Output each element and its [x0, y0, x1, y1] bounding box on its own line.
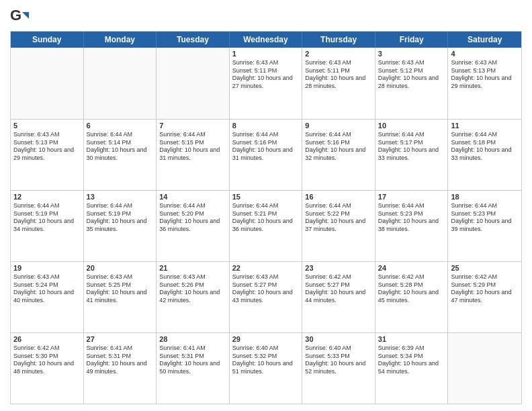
cell-date: 18: [451, 193, 519, 201]
calendar-cell: 1Sunrise: 6:43 AM Sunset: 5:11 PM Daylig…: [230, 48, 303, 119]
calendar-cell: 28Sunrise: 6:41 AM Sunset: 5:31 PM Dayli…: [157, 333, 230, 404]
cell-info: Sunrise: 6:41 AM Sunset: 5:31 PM Dayligh…: [87, 345, 154, 376]
cell-info: Sunrise: 6:43 AM Sunset: 5:26 PM Dayligh…: [159, 273, 226, 305]
cell-date: 5: [13, 122, 81, 130]
cell-info: Sunrise: 6:40 AM Sunset: 5:33 PM Dayligh…: [305, 345, 372, 376]
calendar-cell: 26Sunrise: 6:42 AM Sunset: 5:30 PM Dayli…: [11, 333, 84, 404]
day-header-sunday: Sunday: [11, 32, 84, 48]
cell-date: 16: [305, 193, 372, 201]
calendar-row: 26Sunrise: 6:42 AM Sunset: 5:30 PM Dayli…: [11, 332, 521, 404]
cell-date: 30: [305, 335, 372, 343]
cell-date: 20: [87, 264, 154, 272]
empty-cell: [448, 333, 521, 404]
day-header-saturday: Saturday: [448, 32, 521, 48]
calendar-cell: 13Sunrise: 6:44 AM Sunset: 5:19 PM Dayli…: [84, 191, 157, 261]
cell-date: 15: [232, 193, 300, 201]
cell-date: 14: [159, 193, 226, 201]
calendar-cell: 30Sunrise: 6:40 AM Sunset: 5:33 PM Dayli…: [302, 333, 375, 404]
day-header-monday: Monday: [84, 32, 157, 48]
calendar-cell: 15Sunrise: 6:44 AM Sunset: 5:21 PM Dayli…: [230, 191, 303, 261]
cell-info: Sunrise: 6:44 AM Sunset: 5:23 PM Dayligh…: [451, 202, 519, 234]
cell-info: Sunrise: 6:42 AM Sunset: 5:29 PM Dayligh…: [451, 273, 519, 305]
calendar-cell: 3Sunrise: 6:43 AM Sunset: 5:12 PM Daylig…: [375, 48, 449, 119]
cell-info: Sunrise: 6:43 AM Sunset: 5:11 PM Dayligh…: [232, 59, 300, 91]
cell-info: Sunrise: 6:43 AM Sunset: 5:24 PM Dayligh…: [13, 273, 81, 305]
cell-info: Sunrise: 6:41 AM Sunset: 5:31 PM Dayligh…: [159, 345, 226, 376]
cell-info: Sunrise: 6:43 AM Sunset: 5:25 PM Dayligh…: [87, 273, 154, 305]
cell-info: Sunrise: 6:44 AM Sunset: 5:14 PM Dayligh…: [87, 131, 154, 163]
cell-info: Sunrise: 6:44 AM Sunset: 5:21 PM Dayligh…: [232, 202, 300, 234]
cell-date: 11: [451, 122, 519, 130]
cell-date: 26: [13, 335, 81, 343]
calendar-row: 5Sunrise: 6:43 AM Sunset: 5:13 PM Daylig…: [11, 119, 521, 190]
cell-date: 24: [378, 264, 445, 272]
cell-date: 8: [232, 122, 300, 130]
empty-cell: [157, 48, 230, 119]
calendar-cell: 17Sunrise: 6:44 AM Sunset: 5:23 PM Dayli…: [375, 191, 449, 261]
day-header-tuesday: Tuesday: [157, 32, 230, 48]
cell-date: 13: [87, 193, 154, 201]
calendar-cell: 27Sunrise: 6:41 AM Sunset: 5:31 PM Dayli…: [84, 333, 157, 404]
calendar-cell: 31Sunrise: 6:39 AM Sunset: 5:34 PM Dayli…: [375, 333, 449, 404]
cell-date: 1: [232, 50, 300, 58]
calendar-cell: 18Sunrise: 6:44 AM Sunset: 5:23 PM Dayli…: [448, 191, 521, 261]
cell-info: Sunrise: 6:42 AM Sunset: 5:28 PM Dayligh…: [378, 273, 445, 305]
cell-info: Sunrise: 6:40 AM Sunset: 5:32 PM Dayligh…: [232, 345, 300, 376]
calendar-row: 1Sunrise: 6:43 AM Sunset: 5:11 PM Daylig…: [11, 48, 521, 119]
calendar-cell: 10Sunrise: 6:44 AM Sunset: 5:17 PM Dayli…: [375, 120, 449, 190]
cell-date: 10: [378, 122, 445, 130]
cell-info: Sunrise: 6:44 AM Sunset: 5:18 PM Dayligh…: [451, 131, 519, 163]
calendar-cell: 8Sunrise: 6:44 AM Sunset: 5:16 PM Daylig…: [230, 120, 303, 190]
cell-date: 21: [159, 264, 226, 272]
calendar-cell: 20Sunrise: 6:43 AM Sunset: 5:25 PM Dayli…: [84, 262, 157, 332]
cell-date: 29: [232, 335, 300, 343]
calendar-cell: 23Sunrise: 6:42 AM Sunset: 5:27 PM Dayli…: [302, 262, 375, 332]
cell-info: Sunrise: 6:43 AM Sunset: 5:12 PM Dayligh…: [378, 59, 445, 91]
cell-info: Sunrise: 6:44 AM Sunset: 5:19 PM Dayligh…: [87, 202, 154, 234]
cell-info: Sunrise: 6:42 AM Sunset: 5:30 PM Dayligh…: [13, 345, 81, 376]
calendar-row: 12Sunrise: 6:44 AM Sunset: 5:19 PM Dayli…: [11, 190, 521, 261]
logo: G: [10, 7, 32, 26]
svg-marker-1: [22, 12, 29, 19]
cell-info: Sunrise: 6:39 AM Sunset: 5:34 PM Dayligh…: [378, 345, 445, 376]
calendar-cell: 24Sunrise: 6:42 AM Sunset: 5:28 PM Dayli…: [375, 262, 449, 332]
cell-date: 27: [87, 335, 154, 343]
cell-info: Sunrise: 6:44 AM Sunset: 5:16 PM Dayligh…: [305, 131, 372, 163]
calendar-cell: 14Sunrise: 6:44 AM Sunset: 5:20 PM Dayli…: [157, 191, 230, 261]
cell-info: Sunrise: 6:42 AM Sunset: 5:27 PM Dayligh…: [305, 273, 372, 305]
cell-info: Sunrise: 6:43 AM Sunset: 5:11 PM Dayligh…: [305, 59, 372, 91]
calendar-cell: 5Sunrise: 6:43 AM Sunset: 5:13 PM Daylig…: [11, 120, 84, 190]
calendar-cell: 6Sunrise: 6:44 AM Sunset: 5:14 PM Daylig…: [84, 120, 157, 190]
cell-date: 28: [159, 335, 226, 343]
calendar-cell: 22Sunrise: 6:43 AM Sunset: 5:27 PM Dayli…: [230, 262, 303, 332]
empty-cell: [84, 48, 157, 119]
svg-text:G: G: [10, 7, 21, 24]
cell-date: 3: [378, 50, 445, 58]
cell-date: 4: [451, 50, 519, 58]
day-header-thursday: Thursday: [302, 32, 375, 48]
cell-date: 22: [232, 264, 300, 272]
calendar-cell: 7Sunrise: 6:44 AM Sunset: 5:15 PM Daylig…: [157, 120, 230, 190]
calendar-cell: 9Sunrise: 6:44 AM Sunset: 5:16 PM Daylig…: [302, 120, 375, 190]
calendar-cell: 19Sunrise: 6:43 AM Sunset: 5:24 PM Dayli…: [11, 262, 84, 332]
cell-info: Sunrise: 6:44 AM Sunset: 5:23 PM Dayligh…: [378, 202, 445, 234]
cell-date: 31: [378, 335, 445, 343]
calendar: SundayMondayTuesdayWednesdayThursdayFrid…: [10, 31, 522, 404]
cell-info: Sunrise: 6:44 AM Sunset: 5:16 PM Dayligh…: [232, 131, 300, 163]
cell-info: Sunrise: 6:43 AM Sunset: 5:27 PM Dayligh…: [232, 273, 300, 305]
calendar-cell: 21Sunrise: 6:43 AM Sunset: 5:26 PM Dayli…: [157, 262, 230, 332]
day-headers: SundayMondayTuesdayWednesdayThursdayFrid…: [11, 32, 521, 48]
calendar-cell: 2Sunrise: 6:43 AM Sunset: 5:11 PM Daylig…: [302, 48, 375, 119]
calendar-body: 1Sunrise: 6:43 AM Sunset: 5:11 PM Daylig…: [11, 48, 521, 404]
cell-date: 23: [305, 264, 372, 272]
calendar-cell: 29Sunrise: 6:40 AM Sunset: 5:32 PM Dayli…: [230, 333, 303, 404]
header: G: [10, 7, 522, 26]
day-header-friday: Friday: [375, 32, 449, 48]
calendar-cell: 11Sunrise: 6:44 AM Sunset: 5:18 PM Dayli…: [448, 120, 521, 190]
cell-date: 25: [451, 264, 519, 272]
cell-info: Sunrise: 6:44 AM Sunset: 5:20 PM Dayligh…: [159, 202, 226, 234]
cell-date: 12: [13, 193, 81, 201]
cell-info: Sunrise: 6:44 AM Sunset: 5:15 PM Dayligh…: [159, 131, 226, 163]
calendar-cell: 4Sunrise: 6:43 AM Sunset: 5:13 PM Daylig…: [448, 48, 521, 119]
cell-date: 19: [13, 264, 81, 272]
